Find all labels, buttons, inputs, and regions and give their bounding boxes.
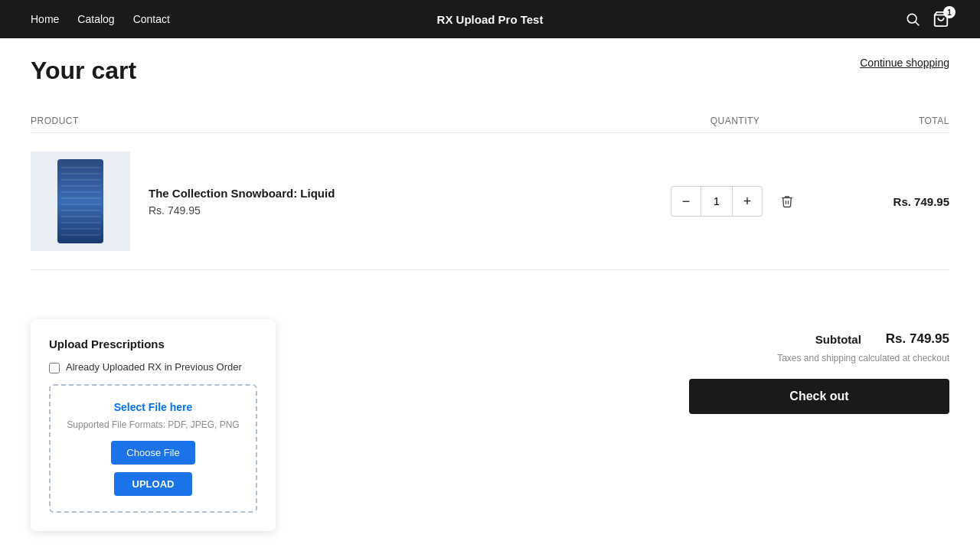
checkout-button[interactable]: Check out — [689, 379, 949, 414]
qty-decrease-button[interactable]: − — [671, 187, 701, 216]
nav-home[interactable]: Home — [31, 13, 59, 25]
main-content: Your cart Continue shopping PRODUCT QUAN… — [0, 38, 980, 551]
file-drop-zone[interactable]: Select File here Supported File Formats:… — [49, 384, 257, 513]
subtotal-value: Rs. 749.95 — [886, 331, 949, 347]
navbar: Home Catalog Contact RX Upload Pro Test … — [0, 0, 980, 38]
upload-card-title: Upload Prescriptions — [49, 337, 257, 350]
qty-increase-button[interactable]: + — [733, 187, 762, 216]
col-quantity-header: QUANTITY — [658, 116, 812, 126]
item-image — [57, 159, 103, 243]
supported-formats-text: Supported File Formats: PDF, JPEG, PNG — [63, 419, 243, 430]
item-details: The Collection Snowboard: Liquid Rs. 749… — [149, 187, 658, 217]
nav-catalog[interactable]: Catalog — [77, 13, 114, 25]
nav-links: Home Catalog Contact — [31, 13, 170, 25]
continue-shopping-link[interactable]: Continue shopping — [860, 57, 949, 69]
already-uploaded-row: Already Uploaded RX in Previous Order — [49, 361, 257, 373]
nav-icons: 1 — [905, 11, 949, 28]
col-product-header: PRODUCT — [31, 116, 658, 126]
search-icon — [905, 11, 920, 27]
search-button[interactable] — [905, 11, 920, 27]
already-uploaded-label: Already Uploaded RX in Previous Order — [66, 361, 242, 373]
qty-controls: − + — [671, 186, 763, 217]
item-image-container — [31, 152, 130, 251]
upload-prescriptions-card: Upload Prescriptions Already Uploaded RX… — [31, 319, 276, 531]
svg-point-0 — [907, 14, 916, 23]
trash-icon — [780, 194, 794, 208]
site-title: RX Upload Pro Test — [437, 13, 544, 26]
item-price: Rs. 749.95 — [149, 204, 658, 217]
choose-file-button[interactable]: Choose File — [111, 441, 194, 465]
already-uploaded-checkbox[interactable] — [49, 363, 60, 373]
select-file-link[interactable]: Select File here — [63, 401, 243, 413]
subtotal-label: Subtotal — [815, 333, 861, 346]
nav-contact[interactable]: Contact — [133, 13, 170, 25]
order-summary: Subtotal Rs. 749.95 Taxes and shipping c… — [689, 331, 949, 414]
tax-note: Taxes and shipping calculated at checkou… — [777, 353, 949, 364]
cart-title: Your cart — [31, 57, 136, 85]
upload-button[interactable]: UPLOAD — [114, 472, 193, 496]
subtotal-row: Subtotal Rs. 749.95 — [815, 331, 949, 347]
cart-header: Your cart Continue shopping — [31, 57, 949, 85]
quantity-section: − + — [658, 186, 812, 217]
item-total: Rs. 749.95 — [812, 195, 949, 208]
cart-item: The Collection Snowboard: Liquid Rs. 749… — [31, 133, 949, 270]
cart-count-badge: 1 — [943, 6, 956, 18]
qty-input[interactable] — [701, 187, 733, 216]
item-name: The Collection Snowboard: Liquid — [149, 187, 658, 200]
svg-line-1 — [916, 22, 920, 26]
cart-wrapper: 1 — [933, 11, 949, 28]
col-total-header: TOTAL — [812, 116, 949, 126]
delete-item-button[interactable] — [775, 189, 799, 214]
table-header: PRODUCT QUANTITY TOTAL — [31, 109, 949, 133]
